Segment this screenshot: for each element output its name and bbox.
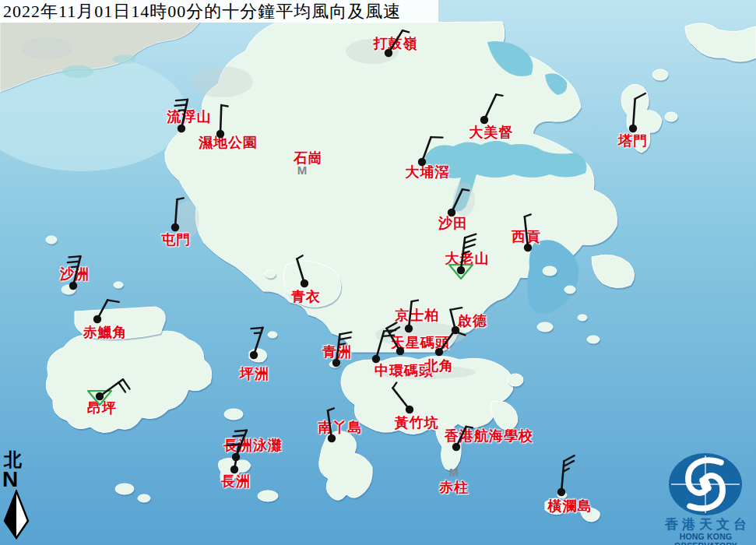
- shenzhen-texture: [20, 37, 73, 59]
- hko-logo-english: HONG KONG OBSERVATORY: [656, 532, 756, 545]
- compass-needle-icon: [2, 490, 33, 540]
- station-label-tsing-yi: 青衣: [291, 287, 321, 306]
- station-label-lau-fau-shan: 流浮山: [167, 107, 212, 126]
- land-peng-chau: [249, 349, 267, 362]
- station-label-hk-sea-school: 香港航海學校: [445, 427, 533, 445]
- compass-north-letter: N: [2, 469, 33, 490]
- island-kau-sai: [543, 266, 557, 276]
- island-lung-kwu-chau: [46, 236, 57, 244]
- urban-yuen-long: [191, 66, 253, 97]
- station-label-lamma-island: 南丫島: [318, 418, 363, 437]
- station-label-cheung-chau-beach: 長洲泳灘: [223, 436, 283, 455]
- island-pak-sha: [537, 322, 553, 332]
- hong-kong-map: [0, 0, 756, 545]
- island-shek-kwu-chau: [258, 490, 278, 501]
- urban-sha-tin: [453, 182, 475, 216]
- island-port: [652, 69, 668, 80]
- station-label-tap-mun: 塔門: [618, 132, 648, 150]
- station-label-tai-mei-tuk: 大美督: [469, 123, 514, 142]
- island-basalt: [587, 336, 600, 343]
- island-jin: [578, 315, 587, 321]
- island-hei-ling-chau: [224, 409, 243, 420]
- station-label-tuen-mun: 屯門: [161, 230, 191, 249]
- island-soko-2: [138, 494, 150, 502]
- station-label-stanley: 赤柱: [439, 478, 469, 497]
- island-tung-lung: [508, 374, 523, 386]
- wind-map: 打鼓嶺流浮山濕地公園石崗大美督塔門大埔滘沙田屯門西貢沙洲大老山青衣赤鱲角京士柏啟…: [0, 0, 756, 545]
- station-label-tates-cairn: 大老山: [445, 249, 490, 268]
- station-label-wong-chuk-hang: 黃竹坑: [395, 413, 439, 432]
- shenzhen-ponds: [62, 65, 93, 78]
- station-label-kings-park: 京士柏: [396, 306, 440, 325]
- station-label-star-ferry: 天星碼頭: [391, 333, 450, 352]
- station-label-ngong-ping: 昂坪: [87, 399, 117, 417]
- station-label-cheung-chau: 長洲: [221, 472, 251, 490]
- station-label-ta-kwu-ling: 打鼓嶺: [374, 34, 418, 53]
- station-label-kai-tak: 啟德: [458, 311, 487, 330]
- station-label-tai-po-kau: 大埔滘: [406, 163, 450, 181]
- station-label-north-point: 北角: [424, 357, 454, 375]
- island-grass: [665, 112, 677, 121]
- station-label-green-island: 青洲: [322, 343, 352, 361]
- hko-logo-icon: [656, 452, 756, 517]
- station-label-sha-tin: 沙田: [438, 214, 468, 233]
- map-title: 2022年11月01日14時00分的十分鐘平均風向及風速: [3, 2, 401, 21]
- station-label-sai-kung: 西貢: [512, 227, 541, 246]
- hko-logo-chinese: 香港天文台: [656, 518, 756, 532]
- station-label-wetland-park: 濕地公園: [199, 133, 258, 152]
- island-brothers: [114, 282, 123, 288]
- island-soko-1: [115, 483, 134, 494]
- station-label-peng-chau: 坪洲: [240, 364, 269, 383]
- station-label-sha-chau: 沙洲: [60, 265, 90, 283]
- island-sha-chau: [62, 285, 76, 294]
- island-kau-yi-chau: [268, 332, 277, 338]
- island-green-island: [329, 361, 340, 367]
- island-ma-wan: [265, 270, 276, 278]
- hko-logo: 香港天文台 HONG KONG OBSERVATORY: [656, 452, 756, 545]
- station-label-waglan-island: 橫瀾島: [548, 497, 592, 515]
- station-label-chek-lap-kok: 赤鱲角: [83, 323, 128, 342]
- compass-north: 北 N: [2, 451, 33, 545]
- station-label-shek-kong: 石崗: [294, 149, 323, 167]
- shenzhen-ponds-2: [113, 54, 136, 64]
- title-bar: 2022年11月01日14時00分的十分鐘平均風向及風速: [0, 0, 438, 23]
- island-shelter: [564, 286, 575, 294]
